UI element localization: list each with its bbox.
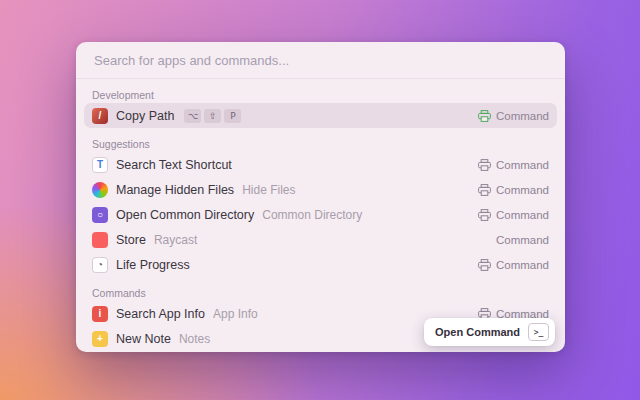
- section-header-suggestions: Suggestions: [84, 136, 557, 152]
- list-item-store[interactable]: StoreRaycastCommand: [84, 227, 557, 252]
- open-common-directory-icon: ○: [92, 207, 108, 223]
- item-title: Life Progress: [116, 258, 190, 272]
- command-type-label: Command: [496, 234, 549, 246]
- printer-icon: [478, 110, 491, 122]
- item-subtitle: Notes: [179, 332, 210, 346]
- item-title: Search Text Shortcut: [116, 158, 232, 172]
- item-subtitle: App Info: [213, 307, 258, 321]
- search-app-info-icon: i: [92, 306, 108, 322]
- life-progress-icon: ◔: [92, 257, 108, 273]
- printer-icon: [478, 209, 491, 221]
- item-title: Copy Path: [116, 109, 174, 123]
- section-header-development: Development: [84, 87, 557, 103]
- open-command-tooltip[interactable]: Open Command >_: [424, 318, 555, 346]
- desktop-background: Development/Copy Path⌥⇧PCommandSuggestio…: [0, 0, 640, 400]
- keycap: ⌥: [184, 109, 201, 123]
- item-title: Manage Hidden Files: [116, 183, 234, 197]
- store-icon: [92, 232, 108, 248]
- list-item-search-text-shortcut[interactable]: TSearch Text ShortcutCommand: [84, 152, 557, 177]
- search-bar[interactable]: [76, 42, 565, 79]
- item-title: New Note: [116, 332, 171, 346]
- printer-icon: [478, 259, 491, 271]
- list-item-open-common-directory[interactable]: ○Open Common DirectoryCommon DirectoryCo…: [84, 202, 557, 227]
- command-type-label: Command: [496, 209, 549, 221]
- command-type-label: Command: [496, 110, 549, 122]
- section-header-commands: Commands: [84, 285, 557, 301]
- item-subtitle: Hide Files: [242, 183, 295, 197]
- keycap: ⇧: [204, 109, 221, 123]
- printer-icon: [478, 184, 491, 196]
- terminal-keycap: >_: [528, 323, 549, 341]
- command-type-label: Command: [496, 184, 549, 196]
- command-palette-window: Development/Copy Path⌥⇧PCommandSuggestio…: [76, 42, 565, 352]
- printer-icon: [478, 159, 491, 171]
- copy-path-icon: /: [92, 108, 108, 124]
- list-item-life-progress[interactable]: ◔Life ProgressCommand: [84, 252, 557, 277]
- keycap: P: [224, 109, 241, 123]
- manage-hidden-files-icon: [92, 182, 108, 198]
- results-list: Development/Copy Path⌥⇧PCommandSuggestio…: [76, 87, 565, 351]
- search-text-shortcut-icon: T: [92, 157, 108, 173]
- list-item-copy-path[interactable]: /Copy Path⌥⇧PCommand: [84, 103, 557, 128]
- item-subtitle: Common Directory: [262, 208, 362, 222]
- shortcut-keys: ⌥⇧P: [184, 109, 241, 123]
- item-subtitle: Raycast: [154, 233, 197, 247]
- command-type-label: Command: [496, 159, 549, 171]
- search-input[interactable]: [92, 52, 549, 69]
- list-item-manage-hidden-files[interactable]: Manage Hidden FilesHide FilesCommand: [84, 177, 557, 202]
- item-title: Store: [116, 233, 146, 247]
- new-note-icon: +: [92, 331, 108, 347]
- item-title: Search App Info: [116, 307, 205, 321]
- item-title: Open Common Directory: [116, 208, 254, 222]
- command-type-label: Command: [496, 259, 549, 271]
- open-command-label: Open Command: [435, 326, 520, 338]
